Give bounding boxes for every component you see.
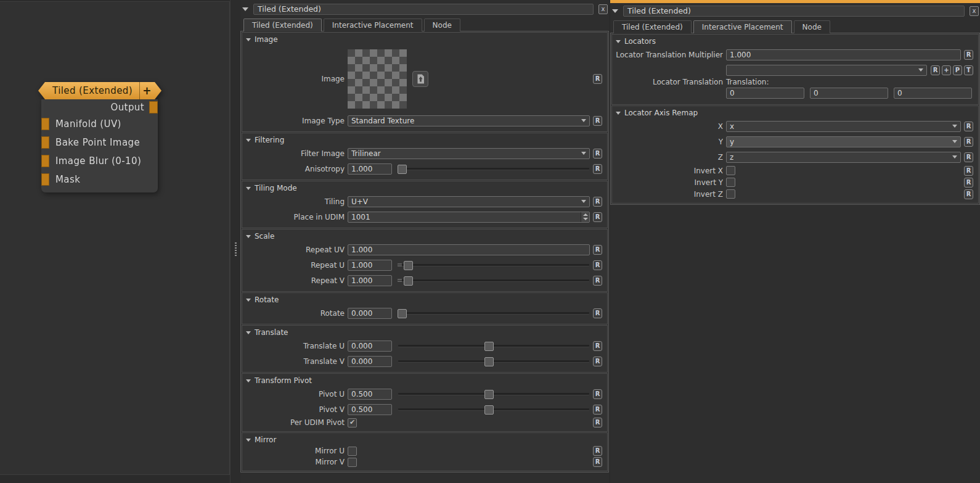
reset-repeat-v-button[interactable]: R [593,276,602,286]
slider-anisotropy[interactable] [398,164,590,173]
reset-pivot-u-button[interactable]: R [593,389,602,399]
slider-repeat-u[interactable] [398,260,590,270]
section-header[interactable]: Locators [615,36,973,47]
input-rotate[interactable]: 0.000 [348,308,392,319]
reset-translate-v-button[interactable]: R [593,357,602,366]
dropdown-x[interactable]: x [726,121,961,132]
section-collapse-icon[interactable] [246,331,251,334]
input-port-mask[interactable] [41,173,49,186]
input-pivot-v[interactable]: 0.500 [348,404,392,415]
reset-locator-translation-multiplier-button[interactable]: R [964,50,973,60]
reset-x-button[interactable]: R [964,122,973,131]
section-header[interactable]: Filtering [245,134,602,146]
dropdown-y[interactable]: y [726,136,961,147]
reset-invert-x-button[interactable]: R [964,166,973,176]
panel-title[interactable]: Tiled (Extended) [623,6,965,17]
section-header[interactable]: Locator Axis Remap [615,107,973,118]
slider-handle[interactable] [398,309,407,318]
reset-image-type-button[interactable]: R [593,116,602,126]
checkbox-invert-x[interactable] [726,166,735,175]
reset-image-button[interactable]: R [593,74,602,84]
input-translate-u[interactable]: 0.000 [348,341,392,352]
tab-node[interactable]: Node [794,20,830,33]
splitter-grip-icon[interactable] [235,242,237,257]
reset-per-udim-pivot-button[interactable]: R [593,418,602,427]
reset-invert-y-button[interactable]: R [964,178,973,188]
reset-tiling-button[interactable]: R [593,197,602,207]
slider-pivot-u[interactable] [398,389,590,398]
section-collapse-icon[interactable] [246,379,251,382]
dropdown-locator-list[interactable] [726,65,927,76]
section-header[interactable]: Scale [245,231,602,242]
tab-interactive-placement[interactable]: Interactive Placement [693,20,792,33]
node-graph-canvas[interactable]: Tiled (Extended)+OutputManifold (UV)Bake… [0,1,230,475]
slider-handle[interactable] [404,261,413,270]
checkbox-per-udim-pivot[interactable]: ✔ [348,418,357,427]
slider-handle[interactable] [484,357,494,366]
section-collapse-icon[interactable] [246,139,251,142]
dropdown-filter-image[interactable]: Trilinear [348,148,590,159]
input-translate-v[interactable]: 0.000 [348,356,392,367]
section-header[interactable]: Transform Pivot [245,375,602,386]
input-repeat-u[interactable]: 1.000 [348,260,392,271]
input-repeat-v[interactable]: 1.000 [348,275,392,286]
slider-translate-u[interactable] [398,341,590,350]
import-image-button[interactable] [412,71,428,87]
reset-repeat-u-button[interactable]: R [593,260,602,270]
section-header[interactable]: Tiling Mode [245,183,602,194]
p-button[interactable]: P [953,65,962,75]
reset-place-in-udim-button[interactable]: R [593,212,602,222]
reset-z-button[interactable]: R [964,152,973,162]
tab-interactive-placement[interactable]: Interactive Placement [324,19,422,31]
spinner-down-icon[interactable] [583,218,588,220]
slider-pivot-v[interactable] [398,405,590,414]
input-pivot-u[interactable]: 0.500 [348,389,392,400]
reset-y-button[interactable]: R [964,137,973,147]
input-translation-x[interactable]: 0 [726,88,804,99]
add-button[interactable]: + [942,65,951,75]
input-place-in-udim[interactable]: 1001 [348,212,590,223]
reset-repeat-uv-button[interactable]: R [593,245,602,255]
node-add-port-button[interactable]: + [140,85,154,97]
section-collapse-icon[interactable] [246,38,251,41]
input-anisotropy[interactable]: 1.000 [348,163,392,175]
reset-mirror-u-button[interactable]: R [593,446,602,456]
t-button[interactable]: T [964,65,973,75]
dropdown-tiling[interactable]: U+V [348,196,590,207]
reset-anisotropy-button[interactable]: R [593,164,602,174]
node-tiled-extended[interactable]: Tiled (Extended)+OutputManifold (UV)Bake… [38,82,161,192]
close-button[interactable]: x [598,4,608,14]
image-thumbnail[interactable] [348,49,407,109]
tab-node[interactable]: Node [424,19,460,31]
checkbox-mirror-u[interactable] [348,447,357,456]
tab-tiled-extended[interactable]: Tiled (Extended) [613,20,692,33]
section-header[interactable]: Mirror [245,434,602,445]
section-collapse-icon[interactable] [616,40,621,43]
slider-translate-v[interactable] [398,357,590,366]
section-header[interactable]: Rotate [245,294,602,305]
panel-title[interactable]: Tiled (Extended) [253,4,594,15]
slider-handle[interactable] [484,390,494,399]
reset-mirror-v-button[interactable]: R [593,457,602,467]
collapse-arrow-icon[interactable] [242,7,248,11]
node-header[interactable]: Tiled (Extended)+ [38,82,161,99]
section-collapse-icon[interactable] [246,439,251,442]
spinner-buttons[interactable] [581,212,589,222]
slider-handle[interactable] [398,165,407,174]
input-translation-y[interactable]: 0 [810,88,888,99]
reset-pivot-v-button[interactable]: R [593,405,602,415]
input-locator-translation-multiplier[interactable]: 1.000 [726,49,961,60]
spinner-up-icon[interactable] [583,213,588,216]
section-header[interactable]: Image [245,34,602,45]
checkbox-invert-y[interactable] [726,178,735,187]
slider-handle[interactable] [484,342,494,351]
input-port-image-blur-0-10[interactable] [41,155,49,167]
reset-translate-u-button[interactable]: R [593,341,602,351]
input-translation-z[interactable]: 0 [894,88,972,99]
dropdown-z[interactable]: z [726,152,961,163]
checkbox-mirror-v[interactable] [348,458,357,467]
dropdown-image-type[interactable]: Standard Texture [348,115,590,126]
section-collapse-icon[interactable] [246,299,251,302]
collapse-arrow-icon[interactable] [612,9,618,13]
input-port-bake-point-image[interactable] [41,136,49,149]
